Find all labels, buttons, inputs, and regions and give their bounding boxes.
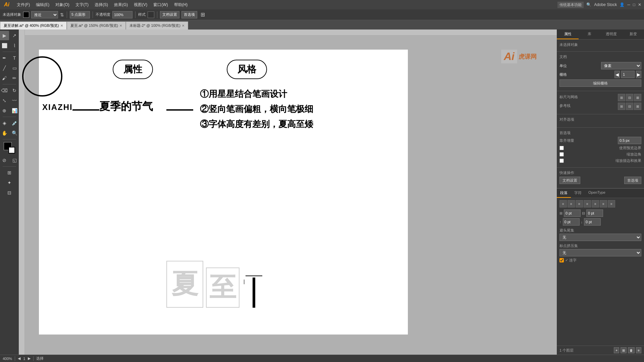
zoom-level[interactable]: 400% [3, 357, 12, 361]
nudge-arrows[interactable]: ⇅ [60, 12, 64, 17]
para-justify-right[interactable]: ≡ [600, 200, 607, 207]
menu-help[interactable]: 帮助(H) [171, 1, 191, 8]
space-before-input[interactable] [563, 218, 580, 226]
menu-file[interactable]: 文件(F) [14, 1, 33, 8]
layer-dup-btn[interactable]: ⊞ [621, 347, 627, 353]
eraser-tool[interactable]: ⌫ [0, 86, 9, 95]
opacity-input[interactable] [112, 11, 132, 18]
right-indent-input[interactable] [586, 209, 603, 217]
layer-add-btn[interactable]: + [614, 347, 619, 353]
arrange-icon[interactable]: ⊞ [201, 11, 205, 18]
pen-tool[interactable]: ✒ [0, 53, 9, 63]
ligature-checkbox[interactable] [559, 258, 564, 262]
blend-tool[interactable]: ◈ [0, 118, 9, 128]
tab-2[interactable]: 未标题-2* @ 100% (RGB/预览) ✕ [126, 21, 188, 29]
qa-preferences-btn[interactable]: 首选项 [624, 177, 641, 184]
pencil-tool[interactable]: ✏ [10, 73, 19, 83]
tab-0-close[interactable]: ✕ [60, 24, 63, 27]
tab-2-close[interactable]: ✕ [182, 24, 184, 27]
lasso-tool[interactable]: ⌇ [10, 41, 19, 50]
doc-settings-button[interactable]: 文档设置 [160, 11, 179, 18]
paintbrush-tool[interactable]: 🖌 [0, 73, 9, 83]
point-type-input[interactable] [70, 11, 90, 18]
grid-dec-btn[interactable]: ◀ [614, 71, 620, 78]
menu-object[interactable]: 对象(O) [53, 1, 72, 8]
minimize-icon[interactable]: ─ [627, 2, 630, 7]
type-tool[interactable]: T [10, 53, 19, 63]
stroke-checkbox[interactable] [559, 159, 564, 163]
pill-attr[interactable]: 属性 [113, 60, 153, 79]
rpanel-tab-properties[interactable]: 属性 [557, 29, 579, 39]
rpanel-tab-library[interactable]: 库 [579, 29, 600, 39]
para-align-right[interactable]: ≡ [576, 200, 583, 207]
ruler-icon-1[interactable]: ⊞ [618, 94, 625, 101]
none-icon[interactable]: ⊘ [0, 156, 9, 165]
left-indent-input[interactable] [564, 209, 581, 217]
menu-type[interactable]: 文字(T) [73, 1, 91, 8]
qa-doc-settings-btn[interactable]: 文档设置 [559, 177, 580, 184]
extra-tool-3[interactable]: ⊟ [5, 188, 14, 197]
corner-checkbox[interactable] [559, 152, 564, 157]
tab-0[interactable]: 夏至讲解.ai* @ 400% (RGB/预览) ✕ [0, 21, 67, 29]
menu-window[interactable]: 窗口(W) [151, 1, 170, 8]
menu-view[interactable]: 视图(V) [131, 1, 150, 8]
stroke-swatch[interactable] [8, 147, 15, 154]
para-justify-left[interactable]: ≡ [584, 200, 591, 207]
hyphen-select[interactable]: 无 [559, 234, 641, 241]
extra-tool-2[interactable]: ✦ [5, 178, 14, 187]
guide-icon-2[interactable]: ⊟ [626, 103, 633, 110]
edit-grid-btn[interactable]: 编辑栅格 [559, 79, 641, 87]
direct-select-tool[interactable]: ↗ [10, 31, 19, 40]
maximize-icon[interactable]: □ [633, 2, 635, 7]
line-tool[interactable]: ╱ [0, 63, 9, 73]
tab-1[interactable]: 夏至.ai* @ 150% (RGB/预览) ✕ [67, 21, 126, 29]
tab-1-close[interactable]: ✕ [119, 24, 122, 27]
eyedropper-tool[interactable]: 💉 [10, 118, 19, 128]
hand-tool[interactable]: ✋ [0, 128, 9, 138]
select-tool[interactable]: ▶ [0, 31, 9, 40]
layer-menu-btn[interactable]: ≡ [636, 347, 641, 353]
para-justify-all[interactable]: ≡ [608, 200, 615, 207]
style-swatch[interactable] [148, 11, 154, 18]
user-icon[interactable]: 👤 [620, 2, 625, 7]
unit-select[interactable]: 像素 [601, 62, 641, 69]
guide-icon-1[interactable]: ⊞ [618, 103, 625, 110]
extra-tool-1[interactable]: ⊞ [5, 168, 14, 177]
rpanel-tab-transparency[interactable]: 透明度 [600, 29, 622, 39]
space-after-input[interactable] [584, 218, 601, 226]
bpanel-tab-opentype[interactable]: OpenType [585, 189, 609, 198]
pill-style[interactable]: 风格 [227, 60, 267, 79]
close-icon[interactable]: ✕ [638, 2, 641, 7]
artboard[interactable]: 属性 风格 XIAZHI 夏季的节气 ①用星星结合笔画设计 ②竖向笔画偏粗，横向… [39, 50, 408, 335]
ruler-icon-3[interactable]: ⊠ [634, 94, 641, 101]
ruler-icon-2[interactable]: ⊟ [626, 94, 633, 101]
canvas-area[interactable]: 属性 风格 XIAZHI 夏季的节气 ①用星星结合笔画设计 ②竖向笔画偏粗，横向… [19, 29, 557, 355]
scale-tool[interactable]: ⤡ [0, 96, 9, 105]
menu-select[interactable]: 选择(S) [92, 1, 111, 8]
warp-tool[interactable]: 〰 [10, 96, 19, 105]
fill-color-box[interactable] [23, 12, 29, 18]
artboard-tool[interactable]: ⬜ [0, 41, 9, 50]
preview-checkbox[interactable] [559, 146, 564, 150]
para-align-left[interactable]: ≡ [559, 200, 567, 207]
preferences-button[interactable]: 首选项 [181, 11, 197, 18]
symbol-tool[interactable]: ⊕ [0, 106, 9, 115]
grid-input[interactable] [621, 71, 635, 78]
graph-tool[interactable]: 📊 [10, 106, 19, 115]
artboard-next-btn[interactable]: ▶ [28, 356, 31, 361]
para-align-center[interactable]: ≡ [568, 200, 575, 207]
artboard-prev-btn[interactable]: ◀ [18, 356, 20, 361]
workspace-mode[interactable]: 传统基本功能 [557, 2, 584, 8]
shape-tool[interactable]: ▭ [10, 63, 19, 73]
bpanel-tab-character[interactable]: 字符 [571, 189, 585, 198]
menu-edit[interactable]: 编辑(E) [33, 1, 52, 8]
layer-del-btn[interactable]: 🗑 [628, 347, 635, 353]
rotate-tool[interactable]: ↻ [10, 86, 19, 95]
zoom-tool[interactable]: 🔍 [10, 128, 19, 138]
guide-icon-3[interactable]: ⊠ [634, 103, 641, 110]
search-icon[interactable]: 🔍 [586, 2, 591, 7]
grid-inc-btn[interactable]: ▶ [636, 71, 641, 78]
menu-effect[interactable]: 效果(G) [111, 1, 130, 8]
stroke-style-dropdown[interactable]: 推近 [31, 11, 58, 18]
bpanel-tab-paragraph[interactable]: 段落 [557, 189, 571, 198]
